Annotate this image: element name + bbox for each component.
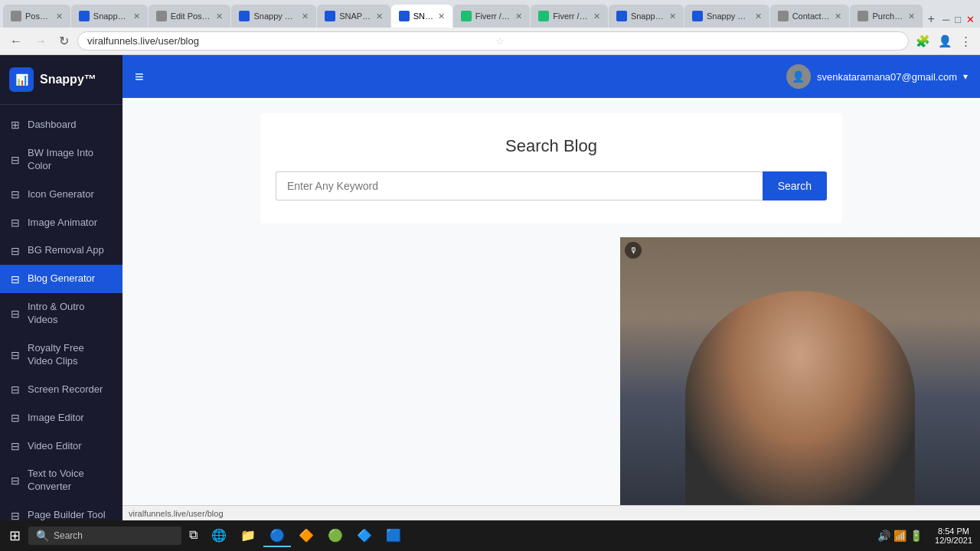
tab-close-t7[interactable]: ✕ — [515, 11, 522, 21]
tab-close-t6[interactable]: ✕ — [438, 11, 445, 21]
bookmark-icon[interactable]: ☆ — [495, 35, 899, 47]
user-email: svenkataramana07@gmail.com — [817, 71, 957, 83]
status-bar: viralfunnels.live/user/blog — [122, 505, 980, 520]
taskbar-edge[interactable]: 🌐 — [205, 525, 233, 547]
sidebar-item-icon-video-editor: ⊟ — [11, 440, 20, 452]
hamburger-button[interactable]: ≡ — [135, 68, 144, 86]
start-button[interactable]: ⊞ — [3, 524, 27, 547]
sidebar-item-label-dashboard: Dashboard — [28, 119, 77, 132]
sidebar-item-icon-bw-image: ⊟ — [11, 154, 20, 166]
sidebar-item-icon-gen[interactable]: ⊟Icon Generator — [0, 181, 122, 209]
sidebar-item-royalty-video[interactable]: ⊟Royalty Free Video Clips — [0, 334, 122, 376]
clock-time: 8:54 PM — [935, 527, 972, 536]
app-container: 📊 Snappy™ ⊞Dashboard⊟BW Image Into Color… — [0, 55, 980, 520]
sidebar-item-dashboard[interactable]: ⊞Dashboard — [0, 111, 122, 139]
sidebar-item-video-editor[interactable]: ⊟Video Editor — [0, 432, 122, 461]
sidebar-item-blog-generator[interactable]: ⊟Blog Generator — [0, 265, 122, 293]
sidebar-item-label-intro-outro: Intro & Outro Videos — [28, 301, 112, 327]
sidebar-item-icon-page-builder: ⊟ — [11, 510, 20, 520]
sidebar-item-text-to-voice[interactable]: ⊟Text to Voice Converter — [0, 460, 122, 501]
browser-tab-t5[interactable]: SNAPPY | Soft...✕ — [317, 5, 390, 28]
new-tab-button[interactable]: + — [923, 11, 939, 28]
tab-favicon-t7 — [461, 11, 472, 21]
browser-tab-t10[interactable]: Snappy Review, De...✕ — [684, 5, 769, 28]
tab-title-t3: Edit Post - Art of M... — [171, 11, 213, 21]
sidebar-item-icon-text-to-voice: ⊟ — [11, 474, 20, 487]
user-area[interactable]: 👤 svenkataramana07@gmail.com ▾ — [786, 64, 968, 89]
taskbar-app3[interactable]: 🔷 — [351, 525, 378, 547]
taskbar-clock[interactable]: 8:54 PM 12/9/2021 — [930, 527, 977, 545]
browser-tab-t6[interactable]: SNAPPY✕ — [391, 5, 452, 28]
taskbar-app4[interactable]: 🟦 — [380, 525, 407, 547]
sidebar-item-icon-image-editor: ⊟ — [11, 412, 20, 424]
taskbar-search[interactable]: 🔍 Search — [28, 527, 181, 545]
tab-title-t2: Snappy - JV DO... — [93, 11, 129, 21]
top-bar: ≡ 👤 svenkataramana07@gmail.com ▾ — [122, 55, 980, 98]
sidebar-item-bg-removal[interactable]: ⊟BG Removal App — [0, 236, 122, 265]
browser-nav-icons: 🧩 👤 ⋮ — [913, 32, 974, 51]
clock-date: 12/9/2021 — [935, 536, 972, 545]
browser-tab-t1[interactable]: Pospieszalki...✕ — [3, 5, 70, 28]
sidebar-item-screen-recorder[interactable]: ⊟Screen Recorder — [0, 376, 122, 404]
tab-close-t5[interactable]: ✕ — [376, 11, 383, 21]
sidebar-item-image-animator[interactable]: ⊟Image Animator — [0, 209, 122, 237]
sidebar-item-icon-intro-outro: ⊟ — [11, 308, 20, 320]
taskbar-search-icon: 🔍 — [36, 530, 49, 542]
forward-button[interactable]: → — [31, 31, 51, 51]
sidebar-item-label-screen-recorder: Screen Recorder — [28, 383, 103, 396]
browser-tab-t3[interactable]: Edit Post - Art of M...✕ — [149, 5, 231, 28]
taskbar-explorer[interactable]: 📁 — [234, 525, 262, 547]
tab-close-t11[interactable]: ✕ — [835, 11, 841, 21]
taskbar: ⊞ 🔍 Search ⧉ 🌐 📁 🔵 🔶 🟢 🔷 🟦 🔊 📶 🔋 8:54 PM… — [0, 520, 980, 551]
nav-bar: ← → ↻ viralfunnels.live/user/blog ☆ 🧩 👤 … — [0, 28, 980, 55]
sidebar-item-page-builder[interactable]: ⊟Page Builder Tool — [0, 501, 122, 520]
tab-close-t1[interactable]: ✕ — [56, 11, 63, 21]
maximize-button[interactable]: □ — [952, 11, 963, 28]
sidebar-item-label-royalty-video: Royalty Free Video Clips — [28, 342, 112, 368]
minimize-button[interactable]: ─ — [940, 11, 952, 28]
browser-tab-t9[interactable]: Snappy - JV Inv...✕ — [609, 5, 684, 28]
tab-close-t12[interactable]: ✕ — [908, 11, 915, 21]
browser-tab-t11[interactable]: Contact - Art of M...✕ — [770, 5, 850, 28]
sidebar-item-icon-royalty-video: ⊟ — [11, 349, 20, 361]
address-bar[interactable]: viralfunnels.live/user/blog ☆ — [77, 31, 909, 51]
tab-favicon-t9 — [616, 11, 627, 21]
sidebar-item-label-blog-generator: Blog Generator — [28, 272, 95, 285]
sidebar-nav: ⊞Dashboard⊟BW Image Into Color⊟Icon Gene… — [0, 105, 122, 520]
tab-close-t3[interactable]: ✕ — [216, 11, 223, 21]
tab-close-t4[interactable]: ✕ — [302, 11, 309, 21]
tab-close-t8[interactable]: ✕ — [593, 11, 600, 21]
taskbar-app1[interactable]: 🔶 — [292, 525, 320, 547]
sidebar-item-image-editor[interactable]: ⊟Image Editor — [0, 404, 122, 432]
extensions-button[interactable]: 🧩 — [913, 32, 933, 51]
sidebar-item-label-page-builder: Page Builder Tool — [28, 509, 106, 520]
taskbar-taskview[interactable]: ⧉ — [183, 525, 204, 546]
taskbar-chrome[interactable]: 🔵 — [263, 525, 291, 547]
tab-close-t9[interactable]: ✕ — [669, 11, 676, 21]
browser-tab-t4[interactable]: Snappy Review, De...✕ — [231, 5, 316, 28]
reload-button[interactable]: ↻ — [55, 31, 73, 51]
browser-tab-t7[interactable]: Fiverr / Search F...✕ — [453, 5, 531, 28]
sidebar-item-icon-blog-generator: ⊟ — [11, 273, 20, 285]
status-url: viralfunnels.live/user/blog — [129, 509, 224, 518]
browser-tab-t8[interactable]: Fiverr / Search F...✕ — [531, 5, 608, 28]
search-button[interactable]: Search — [763, 171, 827, 201]
search-row: Search — [276, 171, 827, 201]
search-input[interactable] — [276, 171, 763, 201]
sidebar-item-intro-outro[interactable]: ⊟Intro & Outro Videos — [0, 293, 122, 334]
back-button[interactable]: ← — [6, 31, 26, 51]
tab-title-t5: SNAPPY | Soft... — [339, 11, 372, 21]
more-menu-button[interactable]: ⋮ — [958, 32, 974, 51]
tab-title-t10: Snappy Review, De... — [707, 11, 751, 21]
tab-close-t10[interactable]: ✕ — [755, 11, 762, 21]
browser-tab-t12[interactable]: Purchases | W...✕ — [850, 5, 922, 28]
tab-favicon-t6 — [399, 11, 410, 21]
browser-tab-t2[interactable]: Snappy - JV DO...✕ — [71, 5, 148, 28]
tab-close-t2[interactable]: ✕ — [133, 11, 140, 21]
sidebar-item-bw-image[interactable]: ⊟BW Image Into Color — [0, 139, 122, 181]
tab-title-t1: Pospieszalki... — [25, 11, 52, 21]
close-button[interactable]: ✕ — [964, 11, 977, 28]
tab-title-t8: Fiverr / Search F... — [553, 11, 590, 21]
profile-button[interactable]: 👤 — [936, 32, 955, 51]
taskbar-app2[interactable]: 🟢 — [322, 525, 349, 547]
